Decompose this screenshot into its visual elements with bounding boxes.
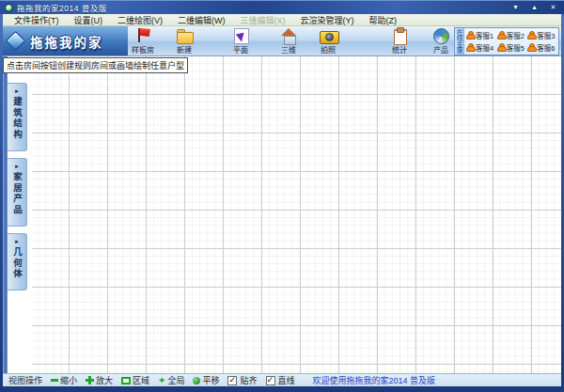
welcome-message: 欢迎使用拖拖我的家2014 普及版 <box>313 374 436 386</box>
status-bar: 视图操作 缩小 放大 区域 ✦ 全局 平移 ✓ <box>3 373 561 386</box>
online-support-title: 在线支援 <box>455 28 464 55</box>
plan-view-label: 平面 <box>233 44 248 55</box>
agent-5-button[interactable]: 客服5 <box>497 41 528 54</box>
tab-label-building-structure: 建筑结构 <box>10 95 24 145</box>
check-icon: ✓ <box>228 375 236 385</box>
agent-2-label: 客服2 <box>507 30 525 40</box>
app-icon <box>5 4 13 12</box>
product-globe-icon <box>433 27 448 43</box>
product-label: 产品 <box>433 44 448 55</box>
zoom-out-label: 缩小 <box>60 374 77 386</box>
menu-3d-edit: 三维编辑(X) <box>233 14 293 26</box>
new-label: 新建 <box>177 44 192 55</box>
plan-view-button[interactable]: 平面 <box>223 27 258 55</box>
snap-label: 贴齐 <box>240 374 257 386</box>
pan-button[interactable]: 平移 <box>193 374 219 386</box>
region-zoom-icon <box>121 377 131 384</box>
3d-view-label: 三维 <box>281 44 296 55</box>
statistics-label: 统计 <box>392 44 407 55</box>
zoom-in-button[interactable]: 放大 <box>86 374 113 386</box>
pan-icon <box>193 377 200 384</box>
window-body: 文件操作(T) 设置(U) 二维绘图(V) 二维编辑(W) 三维编辑(X) 云渲… <box>3 14 561 386</box>
maximize-button[interactable]: ▲ <box>528 3 540 12</box>
tab-label-geometry: 几何体 <box>10 245 24 285</box>
tab-label-home-products: 家居产品 <box>10 170 24 220</box>
menu-settings[interactable]: 设置(U) <box>67 14 111 26</box>
sidebar-tab-geometry[interactable]: ► 几何体 <box>8 233 27 290</box>
zoom-in-icon <box>86 376 94 384</box>
region-zoom-button[interactable]: 区域 <box>121 374 149 386</box>
3d-view-button[interactable]: 三维 <box>271 27 306 55</box>
snapshot-label: 拍照 <box>321 44 336 55</box>
house-icon <box>280 27 298 43</box>
zoom-in-label: 放大 <box>96 374 113 386</box>
plan-cursor-icon <box>233 27 248 43</box>
agent-5-label: 客服5 <box>507 42 525 53</box>
arrow-right-icon: ► <box>14 238 20 245</box>
menu-2d-draw[interactable]: 二维绘图(V) <box>110 14 170 26</box>
straight-line-label: 直线 <box>278 374 295 386</box>
statistics-button[interactable]: 统计 <box>382 27 417 55</box>
agent-6-label: 客服6 <box>537 42 555 53</box>
arrow-right-icon: ► <box>14 87 20 95</box>
fit-all-button[interactable]: ✦ 全局 <box>158 374 184 386</box>
flag-icon <box>135 27 150 43</box>
toolbar: 拖拖我的家 样板房 新建 平面 三维 拍照 <box>3 26 561 56</box>
app-logo: 拖拖我的家 <box>3 26 128 55</box>
sidebar-tab-home-products[interactable]: ► 家居产品 <box>8 158 27 227</box>
agent-1-button[interactable]: 客服1 <box>466 29 497 41</box>
agent-1-label: 客服1 <box>476 30 494 40</box>
hint-tooltip: 点击房间按钮创建规则房间或画墙绘制任意户型 <box>3 57 188 73</box>
camera-icon <box>320 27 337 43</box>
person-icon <box>527 31 536 39</box>
arrow-right-icon: ► <box>14 163 20 170</box>
workspace: ► 建筑结构 ► 家居产品 ► 几何体 点击房间按钮创建规则房间或画墙绘制任意户… <box>3 56 561 373</box>
agent-6-button[interactable]: 客服6 <box>527 41 558 54</box>
sidebar: ► 建筑结构 ► 家居产品 ► 几何体 <box>8 56 32 373</box>
person-icon <box>466 31 475 39</box>
agent-3-button[interactable]: 客服3 <box>527 29 558 41</box>
snap-toggle[interactable]: ✓ 贴齐 <box>227 374 257 386</box>
agent-4-button[interactable]: 客服4 <box>466 41 497 54</box>
person-icon <box>497 43 506 52</box>
app-window: 拖拖我的家2014 普及版 ▼ ▲ ✕ 文件操作(T) 设置(U) 二维绘图(V… <box>0 0 564 392</box>
online-support-panel: 在线支援 客服1 客服2 客服3 <box>454 27 559 55</box>
person-icon <box>527 43 536 52</box>
sidebar-tab-building-structure[interactable]: ► 建筑结构 <box>8 83 27 151</box>
menu-2d-edit[interactable]: 二维编辑(W) <box>170 14 233 26</box>
window-title: 拖拖我的家2014 普及版 <box>17 2 107 13</box>
logo-diamond-icon <box>6 31 25 51</box>
agent-2-button[interactable]: 客服2 <box>497 29 528 41</box>
menu-bar: 文件操作(T) 设置(U) 二维绘图(V) 二维编辑(W) 三维编辑(X) 云渲… <box>3 14 561 26</box>
menu-help[interactable]: 帮助(Z) <box>362 14 405 26</box>
agent-list: 客服1 客服2 客服3 客服4 <box>464 28 558 55</box>
menu-cloud-render[interactable]: 云渲染管理(Y) <box>293 14 362 26</box>
fit-all-icon: ✦ <box>158 376 165 385</box>
titlebar: 拖拖我的家2014 普及版 ▼ ▲ ✕ <box>0 0 564 14</box>
person-icon <box>497 31 506 39</box>
minimize-button[interactable]: ▼ <box>509 3 522 12</box>
agent-4-label: 客服4 <box>476 42 494 53</box>
new-button[interactable]: 新建 <box>166 27 202 55</box>
menu-file[interactable]: 文件操作(T) <box>7 14 67 26</box>
sample-room-button[interactable]: 样板房 <box>125 27 161 55</box>
straight-line-checkbox[interactable]: ✓ <box>266 376 275 385</box>
region-zoom-label: 区域 <box>133 374 149 386</box>
logo-text: 拖拖我的家 <box>30 32 103 51</box>
person-icon <box>466 43 475 52</box>
straight-line-toggle[interactable]: ✓ 直线 <box>266 374 295 386</box>
window-controls: ▼ ▲ ✕ <box>509 3 559 12</box>
close-button[interactable]: ✕ <box>547 3 559 12</box>
zoom-out-icon <box>51 379 58 382</box>
drawing-canvas[interactable] <box>32 56 561 373</box>
snap-checkbox[interactable]: ✓ <box>227 376 237 385</box>
check-icon: ✓ <box>267 375 274 385</box>
folder-icon <box>176 27 193 43</box>
view-ops-label: 视图操作 <box>8 374 42 386</box>
pan-label: 平移 <box>202 374 219 386</box>
snapshot-button[interactable]: 拍照 <box>310 27 346 55</box>
sample-room-label: 样板房 <box>132 44 154 55</box>
fit-all-label: 全局 <box>167 374 184 386</box>
clipboard-icon <box>393 27 406 43</box>
zoom-out-button[interactable]: 缩小 <box>51 374 77 386</box>
